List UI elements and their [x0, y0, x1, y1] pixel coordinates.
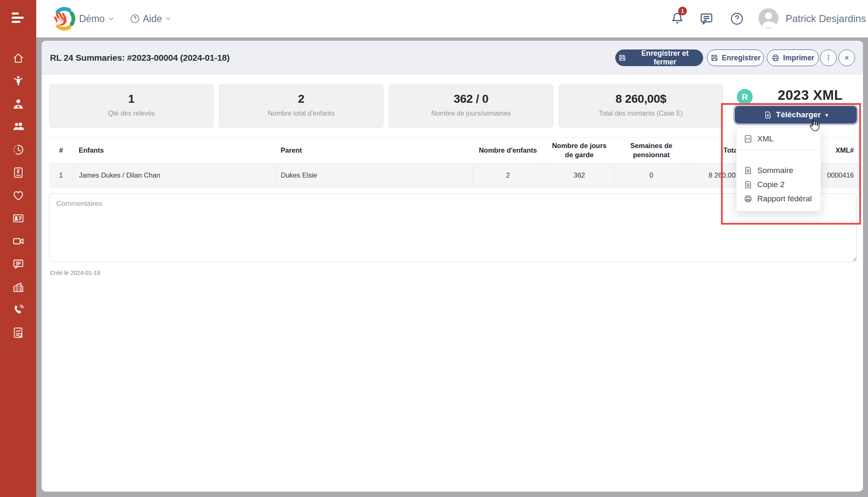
menu-toggle-button[interactable] — [12, 12, 24, 23]
messages-button[interactable] — [699, 0, 714, 37]
stat-card-releves: 1 Qté des relevés — [49, 84, 214, 128]
comments-textarea[interactable] — [49, 193, 857, 262]
cell-nb-enfants: 2 — [472, 163, 544, 188]
sidebar — [0, 0, 36, 497]
people-icon[interactable] — [12, 121, 25, 133]
close-button[interactable] — [838, 49, 855, 66]
releve-badge: R — [737, 89, 753, 105]
help-button[interactable] — [730, 0, 744, 37]
stat-card-montants: 8 260,00$ Total des montants (Case E) — [559, 84, 723, 128]
stat-card-jours: 362 / 0 Nombre de jours/semaines — [389, 84, 553, 128]
menu-divider — [736, 150, 821, 150]
xml-section-title: 2023 XML — [760, 87, 860, 103]
stat-label: Nombre total d'enfants — [219, 110, 383, 117]
save-button[interactable]: Enregistrer — [707, 49, 764, 66]
chevron-down-icon — [108, 15, 114, 22]
stat-label: Nombre de jours/semaines — [389, 110, 553, 117]
help-dropdown[interactable]: Aide — [130, 0, 172, 37]
stat-value: 362 / 0 — [389, 92, 553, 106]
page-title: RL 24 Summaries: #2023-00004 (2024-01-18… — [50, 41, 230, 75]
phone-icon[interactable] — [12, 304, 25, 316]
notification-badge: 1 — [678, 7, 687, 15]
menu-item-sommaire[interactable]: Sommaire — [736, 163, 821, 178]
heart-icon[interactable] — [12, 189, 25, 202]
top-header: Démo Aide 1 — [36, 0, 868, 37]
download-menu: XML Sommaire Copie 2 Rapport fédéral — [736, 127, 821, 211]
contact-card-icon[interactable] — [12, 212, 25, 225]
video-camera-icon[interactable] — [12, 235, 25, 247]
user-name[interactable]: Patrick Desjardins — [786, 0, 866, 37]
org-dropdown[interactable]: Démo — [79, 0, 114, 37]
clock-icon[interactable] — [12, 143, 25, 156]
cell-enfants: James Dukes / Dilan Chan — [73, 163, 275, 188]
menu-item-xml[interactable]: XML — [736, 132, 821, 146]
printer-icon — [771, 54, 780, 62]
cell-parent: Dukes Elsie — [275, 163, 472, 188]
more-options-button[interactable] — [820, 49, 837, 66]
notifications-button[interactable]: 1 — [670, 0, 685, 37]
report-search-icon[interactable] — [12, 326, 25, 339]
sidebar-nav — [0, 52, 36, 339]
billing-document-icon[interactable] — [12, 166, 25, 179]
save-and-close-button[interactable]: Enregistrer et fermer — [615, 49, 703, 66]
col-header-jours-garde: Nombre de jours de garde — [544, 138, 615, 163]
stat-value: 8 260,00$ — [559, 92, 723, 106]
save-icon — [710, 54, 719, 62]
stat-label: Total des montants (Case E) — [559, 110, 723, 117]
question-circle-icon — [730, 12, 744, 26]
file-text-icon — [744, 166, 753, 175]
col-header-semaines: Semaines de pensionnat — [615, 138, 688, 163]
printer-icon — [744, 194, 753, 203]
org-label: Démo — [79, 13, 104, 25]
col-header-num: # — [49, 138, 73, 163]
app-root: Démo Aide 1 — [0, 0, 868, 497]
chat-bubble-icon[interactable] — [12, 258, 25, 270]
help-label: Aide — [143, 13, 162, 25]
cell-jours-garde: 362 — [544, 163, 615, 188]
chat-icon — [699, 11, 714, 26]
cell-semaines: 0 — [615, 163, 688, 188]
person-icon — [759, 8, 778, 28]
stat-value: 2 — [219, 92, 383, 106]
stat-value: 1 — [50, 92, 213, 106]
menu-item-rapport-federal[interactable]: Rapport fédéral — [736, 192, 821, 206]
col-header-enfants: Enfants — [73, 138, 275, 163]
building-icon[interactable] — [12, 281, 25, 293]
stat-card-enfants: 2 Nombre total d'enfants — [219, 84, 383, 128]
chevron-down-icon — [165, 15, 172, 22]
question-circle-icon — [130, 14, 140, 24]
caret-down-icon: ▾ — [826, 112, 828, 118]
title-bar: RL 24 Summaries: #2023-00004 (2024-01-18… — [42, 41, 863, 75]
cell-num: 1 — [49, 163, 73, 188]
created-date: Créé le 2024-01-18 — [50, 270, 100, 276]
col-header-parent: Parent — [275, 138, 472, 163]
close-icon — [843, 54, 851, 62]
xml-file-icon — [744, 134, 753, 143]
educator-icon[interactable] — [12, 98, 25, 110]
col-header-nb-enfants: Nombre d'enfants — [472, 138, 544, 163]
kebab-menu-icon — [824, 54, 833, 62]
file-text-icon — [744, 180, 753, 189]
menu-item-copie2[interactable]: Copie 2 — [736, 178, 821, 192]
save-icon — [618, 54, 627, 62]
main-panel: RL 24 Summaries: #2023-00004 (2024-01-18… — [42, 41, 863, 492]
home-icon[interactable] — [12, 52, 25, 64]
child-icon[interactable] — [12, 75, 25, 87]
print-button[interactable]: Imprimer — [767, 49, 819, 66]
avatar[interactable] — [759, 8, 778, 28]
stat-label: Qté des relevés — [50, 110, 213, 117]
file-download-icon — [764, 111, 772, 119]
download-button[interactable]: Télécharger ▾ — [735, 106, 857, 124]
app-logo-icon[interactable] — [51, 6, 76, 32]
